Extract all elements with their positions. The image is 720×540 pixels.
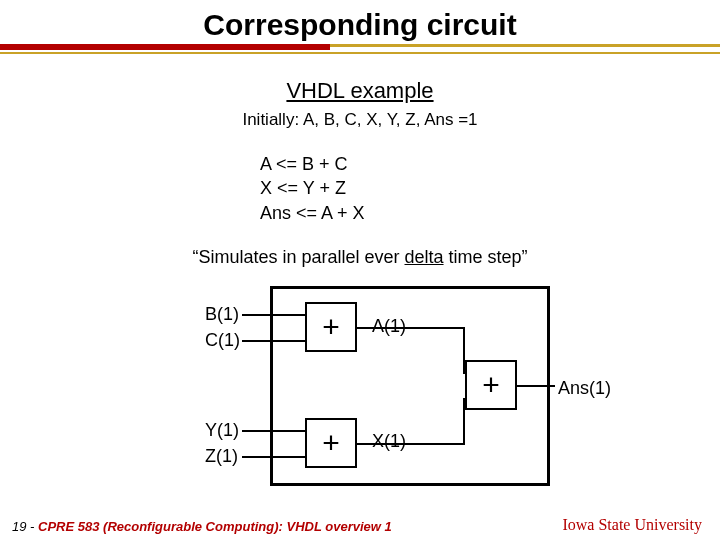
adder-ax: + xyxy=(465,360,517,410)
page-number: 19 - xyxy=(12,519,38,534)
footer: 19 - CPRE 583 (Reconfigurable Computing)… xyxy=(12,519,392,534)
adder-yz: + xyxy=(305,418,357,468)
wire-y xyxy=(242,430,305,432)
simnote-post: time step” xyxy=(444,247,528,267)
code-line-3: Ans <= A + X xyxy=(260,201,460,225)
initial-conditions: Initially: A, B, C, X, Y, Z, Ans =1 xyxy=(0,110,720,130)
label-ans: Ans(1) xyxy=(558,378,611,399)
label-a: A(1) xyxy=(372,316,406,337)
label-c: C(1) xyxy=(205,330,240,351)
label-y: Y(1) xyxy=(205,420,239,441)
title-rule xyxy=(0,42,720,60)
wire-b xyxy=(242,314,305,316)
circuit-diagram: + + + B(1) C(1) Y(1) Z(1) A(1) X(1) Ans(… xyxy=(110,286,610,486)
code-line-2: X <= Y + Z xyxy=(260,176,460,200)
simnote-pre: “Simulates in parallel ever xyxy=(192,247,404,267)
label-z: Z(1) xyxy=(205,446,238,467)
simulation-note: “Simulates in parallel ever delta time s… xyxy=(0,247,720,268)
label-b: B(1) xyxy=(205,304,239,325)
university-name: Iowa State University xyxy=(562,516,702,534)
slide-title: Corresponding circuit xyxy=(0,0,720,42)
course-title: CPRE 583 (Reconfigurable Computing): VHD… xyxy=(38,519,392,534)
code-line-1: A <= B + C xyxy=(260,152,460,176)
vhdl-code-block: A <= B + C X <= Y + Z Ans <= A + X xyxy=(260,152,460,225)
wire-ans xyxy=(517,385,555,387)
label-x: X(1) xyxy=(372,431,406,452)
adder-bc: + xyxy=(305,302,357,352)
wire-c xyxy=(242,340,305,342)
simnote-delta: delta xyxy=(405,247,444,267)
wire-z xyxy=(242,456,305,458)
subtitle: VHDL example xyxy=(0,78,720,104)
